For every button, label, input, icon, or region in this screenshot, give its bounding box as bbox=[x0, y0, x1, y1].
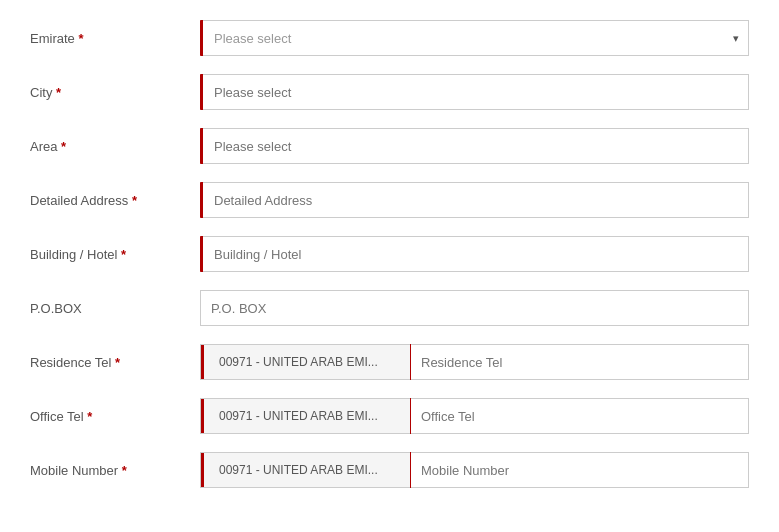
office-tel-row: Office Tel * 00971 - UNITED ARAB EMI... bbox=[30, 398, 749, 434]
residence-tel-input[interactable] bbox=[411, 344, 749, 380]
area-label: Area * bbox=[30, 139, 200, 154]
office-tel-left-border bbox=[201, 399, 204, 433]
residence-tel-country[interactable]: 00971 - UNITED ARAB EMI... bbox=[200, 344, 410, 380]
emirate-select-wrapper: Please select ▾ bbox=[200, 20, 749, 56]
emirate-label: Emirate * bbox=[30, 31, 200, 46]
detailed-address-input[interactable] bbox=[200, 182, 749, 218]
pobox-field bbox=[200, 290, 749, 326]
office-tel-input[interactable] bbox=[411, 398, 749, 434]
emirate-row: Emirate * Please select ▾ bbox=[30, 20, 749, 56]
mobile-number-left-border bbox=[201, 453, 204, 487]
pobox-label: P.O.BOX bbox=[30, 301, 200, 316]
residence-tel-label: Residence Tel * bbox=[30, 355, 200, 370]
residence-tel-left-border bbox=[201, 345, 204, 379]
detailed-address-input-wrapper bbox=[200, 182, 749, 218]
mobile-number-field: 00971 - UNITED ARAB EMI... bbox=[200, 452, 749, 488]
emirate-left-border bbox=[200, 20, 203, 56]
city-input[interactable] bbox=[200, 74, 749, 110]
residence-tel-phone-wrapper: 00971 - UNITED ARAB EMI... bbox=[200, 344, 749, 380]
building-hotel-label: Building / Hotel * bbox=[30, 247, 200, 262]
building-hotel-input-wrapper bbox=[200, 236, 749, 272]
building-hotel-row: Building / Hotel * bbox=[30, 236, 749, 272]
pobox-row: P.O.BOX bbox=[30, 290, 749, 326]
area-left-border bbox=[200, 128, 203, 164]
city-input-wrapper bbox=[200, 74, 749, 110]
emirate-field: Please select ▾ bbox=[200, 20, 749, 56]
mobile-number-phone-wrapper: 00971 - UNITED ARAB EMI... bbox=[200, 452, 749, 488]
mobile-number-label: Mobile Number * bbox=[30, 463, 200, 478]
area-row: Area * bbox=[30, 128, 749, 164]
city-field bbox=[200, 74, 749, 110]
office-tel-field: 00971 - UNITED ARAB EMI... bbox=[200, 398, 749, 434]
detailed-address-left-border bbox=[200, 182, 203, 218]
area-input[interactable] bbox=[200, 128, 749, 164]
building-hotel-input[interactable] bbox=[200, 236, 749, 272]
residence-tel-row: Residence Tel * 00971 - UNITED ARAB EMI.… bbox=[30, 344, 749, 380]
building-hotel-field bbox=[200, 236, 749, 272]
detailed-address-field bbox=[200, 182, 749, 218]
mobile-number-country[interactable]: 00971 - UNITED ARAB EMI... bbox=[200, 452, 410, 488]
city-left-border bbox=[200, 74, 203, 110]
pobox-input[interactable] bbox=[200, 290, 749, 326]
mobile-number-input[interactable] bbox=[411, 452, 749, 488]
city-label: City * bbox=[30, 85, 200, 100]
building-hotel-left-border bbox=[200, 236, 203, 272]
mobile-number-row: Mobile Number * 00971 - UNITED ARAB EMI.… bbox=[30, 452, 749, 488]
pobox-input-wrapper bbox=[200, 290, 749, 326]
office-tel-country[interactable]: 00971 - UNITED ARAB EMI... bbox=[200, 398, 410, 434]
office-tel-phone-wrapper: 00971 - UNITED ARAB EMI... bbox=[200, 398, 749, 434]
detailed-address-label: Detailed Address * bbox=[30, 193, 200, 208]
emirate-select[interactable]: Please select bbox=[200, 20, 749, 56]
residence-tel-field: 00971 - UNITED ARAB EMI... bbox=[200, 344, 749, 380]
area-field bbox=[200, 128, 749, 164]
office-tel-label: Office Tel * bbox=[30, 409, 200, 424]
area-input-wrapper bbox=[200, 128, 749, 164]
city-row: City * bbox=[30, 74, 749, 110]
detailed-address-row: Detailed Address * bbox=[30, 182, 749, 218]
